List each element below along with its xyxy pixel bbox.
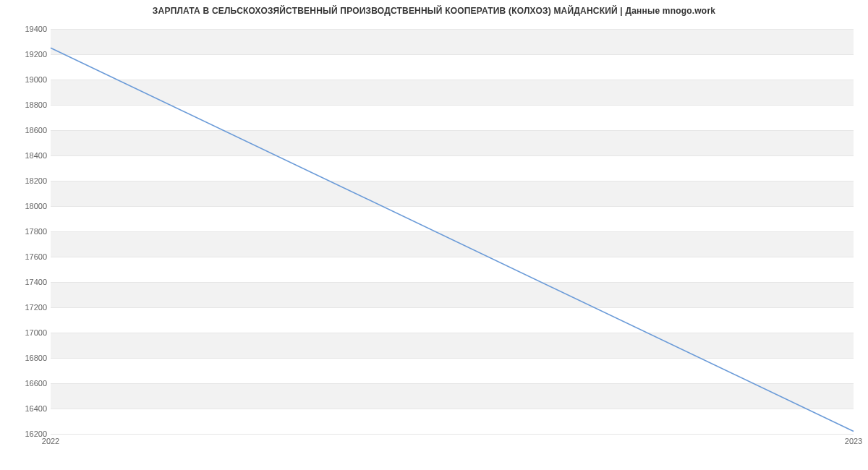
y-tick-label: 18200 [4,176,47,185]
series-line [51,48,854,431]
y-tick-label: 18600 [4,126,47,134]
y-tick-label: 19400 [4,25,47,33]
chart-container: ЗАРПЛАТА В СЕЛЬСКОХОЗЯЙСТВЕННЫЙ ПРОИЗВОД… [0,0,868,470]
y-tick-label: 19200 [4,50,47,59]
y-tick-label: 18400 [4,151,47,160]
y-tick-label: 16400 [4,404,47,413]
plot-area [51,29,854,434]
x-tick-label: 2022 [42,437,59,445]
x-tick-label: 2023 [845,437,862,445]
y-tick-label: 16600 [4,379,47,388]
y-tick-label: 16800 [4,354,47,362]
y-tick-label: 18000 [4,202,47,210]
y-tick-label: 18800 [4,101,47,109]
y-tick-label: 17400 [4,278,47,286]
line-series-layer [51,29,854,434]
y-tick-label: 19000 [4,75,47,84]
gridline [51,434,854,435]
y-tick-label: 17000 [4,328,47,337]
y-tick-label: 17200 [4,303,47,312]
y-tick-label: 17800 [4,227,47,236]
chart-title: ЗАРПЛАТА В СЕЛЬСКОХОЗЯЙСТВЕННЫЙ ПРОИЗВОД… [0,6,868,16]
y-tick-label: 16200 [4,430,47,438]
y-tick-label: 17600 [4,252,47,261]
